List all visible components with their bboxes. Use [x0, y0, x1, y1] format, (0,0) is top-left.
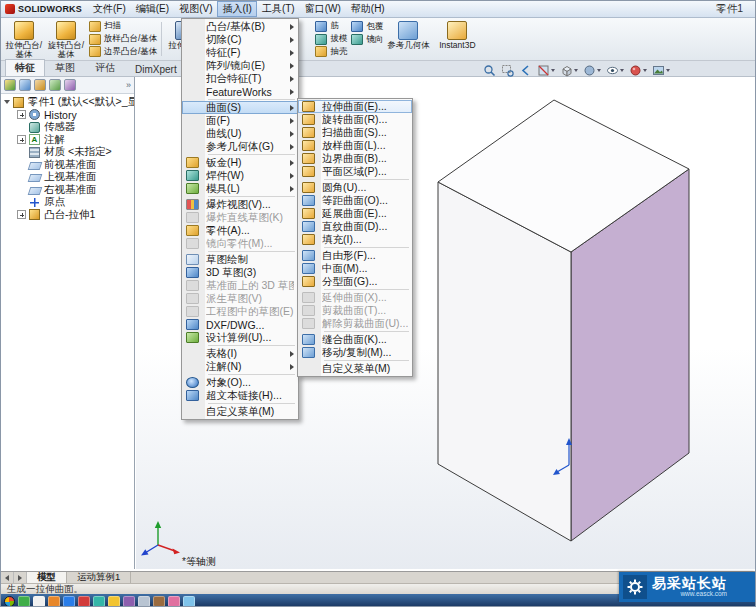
expand-icon[interactable] — [17, 135, 26, 144]
zoom-fit-button[interactable] — [483, 64, 496, 77]
insert-menu-item-cut[interactable]: 切除(C) — [182, 33, 298, 46]
tree-item-boss-extrude1[interactable]: 凸台-拉伸1 — [1, 209, 134, 222]
dimxpertmanager-icon[interactable] — [49, 79, 61, 91]
tab-evaluate[interactable]: 评估 — [85, 59, 125, 76]
tree-item-history[interactable]: History — [1, 109, 134, 122]
menubar-item-window[interactable]: 窗口(W) — [300, 1, 346, 17]
insert-menu-item-part[interactable]: 零件(A)... — [182, 224, 298, 237]
menubar-item-file[interactable]: 文件(F) — [88, 1, 131, 17]
surface-menu-item-boundary[interactable]: 边界曲面(B)... — [298, 152, 412, 165]
taskbar-app-icon[interactable] — [138, 596, 150, 607]
surface-menu-item-fillet[interactable]: 圆角(U)... — [298, 181, 412, 194]
menubar-item-insert[interactable]: 插入(I) — [217, 1, 256, 17]
surface-menu-item-untrim[interactable]: 解除剪裁曲面(U)... — [298, 317, 412, 330]
surface-menu-item-lofted[interactable]: 放样曲面(L)... — [298, 139, 412, 152]
zoom-area-button[interactable] — [501, 64, 514, 77]
ribbon-boundary-boss-button[interactable]: 边界凸台/基体 — [89, 45, 157, 58]
surface-menu-item-radiate[interactable]: 延展曲面(E)... — [298, 207, 412, 220]
insert-menu-item-object[interactable]: 对象(O)... — [182, 376, 298, 389]
ribbon-shell-button[interactable]: 抽壳 — [315, 45, 347, 58]
ribbon-extruded-boss-button[interactable]: 拉伸凸台/基体 — [3, 19, 45, 59]
insert-menu-item-design-study[interactable]: 设计算例(U)... — [182, 331, 298, 344]
tree-item-annotations[interactable]: 注解 — [1, 134, 134, 147]
taskbar-app-icon[interactable] — [108, 596, 120, 607]
taskbar-app-icon[interactable] — [33, 596, 45, 607]
section-view-button[interactable] — [537, 64, 555, 77]
insert-menu-item-mirror-part[interactable]: 镜向零件(M)... — [182, 237, 298, 250]
tab-scroll-left-button[interactable] — [1, 572, 14, 583]
insert-menu-item-customize-menu[interactable]: 自定义菜单(M) — [182, 405, 298, 418]
tab-sketch[interactable]: 草图 — [45, 59, 85, 76]
surface-menu-item-offset[interactable]: 等距曲面(O)... — [298, 194, 412, 207]
menubar-item-tools[interactable]: 工具(T) — [257, 1, 300, 17]
tree-item-sensors[interactable]: 传感器 — [1, 121, 134, 134]
taskbar-app-icon[interactable] — [183, 596, 195, 607]
ribbon-lofted-boss-button[interactable]: 放样凸台/基体 — [89, 33, 157, 46]
insert-menu-item-sketch[interactable]: 草图绘制 — [182, 253, 298, 266]
ribbon-rib-button[interactable]: 筋 — [315, 20, 347, 33]
panel-expand-icon[interactable]: » — [126, 80, 131, 90]
previous-view-button[interactable] — [519, 64, 532, 77]
tab-dimxpert[interactable]: DimXpert — [125, 62, 187, 76]
model-tab[interactable]: 模型 — [27, 572, 67, 583]
expand-icon[interactable] — [17, 210, 26, 219]
surface-menu-item-freeform[interactable]: 自由形(F)... — [298, 249, 412, 262]
insert-menu-item-sketch-from-drawing[interactable]: 工程图中的草图(E) — [182, 305, 298, 318]
insert-menu-item-curve[interactable]: 曲线(U) — [182, 127, 298, 140]
insert-menu-item-derived-sketch[interactable]: 派生草图(V) — [182, 292, 298, 305]
insert-menu-item-boss-base[interactable]: 凸台/基体(B) — [182, 20, 298, 33]
ribbon-instant3d-button[interactable]: Instant3D — [431, 19, 483, 59]
hide-show-items-button[interactable] — [606, 64, 624, 77]
insert-menu-item-pattern-mirror[interactable]: 阵列/镜向(E) — [182, 59, 298, 72]
insert-menu-item-molds[interactable]: 模具(L) — [182, 182, 298, 195]
surface-menu-item-parting[interactable]: 分型面(G)... — [298, 275, 412, 288]
taskbar-app-icon[interactable] — [48, 596, 60, 607]
surface-menu-item-planar[interactable]: 平面区域(P)... — [298, 165, 412, 178]
surface-menu-item-trim[interactable]: 剪裁曲面(T)... — [298, 304, 412, 317]
view-orientation-button[interactable] — [560, 64, 578, 77]
displaymanager-icon[interactable] — [64, 79, 76, 91]
motion-study-tab[interactable]: 运动算例1 — [67, 572, 131, 583]
featuremanager-tree-icon[interactable] — [4, 79, 16, 91]
insert-menu-item-face[interactable]: 面(F) — [182, 114, 298, 127]
menubar-item-help[interactable]: 帮助(H) — [346, 1, 390, 17]
surface-menu-item-ruled[interactable]: 直纹曲面(D)... — [298, 220, 412, 233]
surface-menu-item-customize-menu[interactable]: 自定义菜单(M) — [298, 362, 412, 375]
surface-menu-item-extruded[interactable]: 拉伸曲面(E)... — [298, 100, 412, 113]
ribbon-wrap-button[interactable]: 包覆 — [351, 20, 383, 33]
menubar-item-edit[interactable]: 编辑(E) — [131, 1, 174, 17]
surface-menu-item-revolved[interactable]: 旋转曲面(R)... — [298, 113, 412, 126]
taskbar-app-icon[interactable] — [63, 596, 75, 607]
insert-menu-item-hyperlink[interactable]: 超文本链接(H)... — [182, 389, 298, 402]
display-style-button[interactable] — [583, 64, 601, 77]
ribbon-swept-boss-button[interactable]: 扫描 — [89, 20, 157, 33]
ribbon-revolved-boss-button[interactable]: 旋转凸台/基体 — [45, 19, 87, 59]
start-button[interactable] — [4, 596, 15, 607]
taskbar-app-icon[interactable] — [18, 596, 30, 607]
ribbon-reference-geometry-button[interactable]: 参考几何体 — [385, 19, 431, 59]
insert-menu-item-tables[interactable]: 表格(I) — [182, 347, 298, 360]
insert-menu-item-exploded-view[interactable]: 爆炸视图(V)... — [182, 198, 298, 211]
tree-item-material[interactable]: 材质 <未指定> — [1, 146, 134, 159]
taskbar-app-icon[interactable] — [123, 596, 135, 607]
insert-menu-item-3d-sketch[interactable]: 3D 草图(3) — [182, 266, 298, 279]
tree-item-top-plane[interactable]: 上视基准面 — [1, 171, 134, 184]
taskbar-app-icon[interactable] — [93, 596, 105, 607]
tab-features[interactable]: 特征 — [5, 59, 45, 76]
tree-item-origin[interactable]: 原点 — [1, 196, 134, 209]
surface-menu-item-swept[interactable]: 扫描曲面(S)... — [298, 126, 412, 139]
insert-menu-item-surface[interactable]: 曲面(S) — [182, 101, 298, 114]
taskbar-app-icon[interactable] — [168, 596, 180, 607]
taskbar-app-icon[interactable] — [78, 596, 90, 607]
tree-item-front-plane[interactable]: 前视基准面 — [1, 159, 134, 172]
ribbon-draft-button[interactable]: 拔模 — [315, 33, 347, 46]
insert-menu-item-features[interactable]: 特征(F) — [182, 46, 298, 59]
insert-menu-item-3d-sketch-on-plane[interactable]: 基准面上的 3D 草图(M) — [182, 279, 298, 292]
propertymanager-icon[interactable] — [19, 79, 31, 91]
insert-menu-item-featureworks[interactable]: FeatureWorks — [182, 85, 298, 98]
insert-menu-item-annotations[interactable]: 注解(N) — [182, 360, 298, 373]
surface-menu-item-knit[interactable]: 缝合曲面(K)... — [298, 333, 412, 346]
collapse-icon[interactable] — [4, 100, 10, 104]
taskbar-app-icon[interactable] — [153, 596, 165, 607]
tab-scroll-right-button[interactable] — [14, 572, 27, 583]
